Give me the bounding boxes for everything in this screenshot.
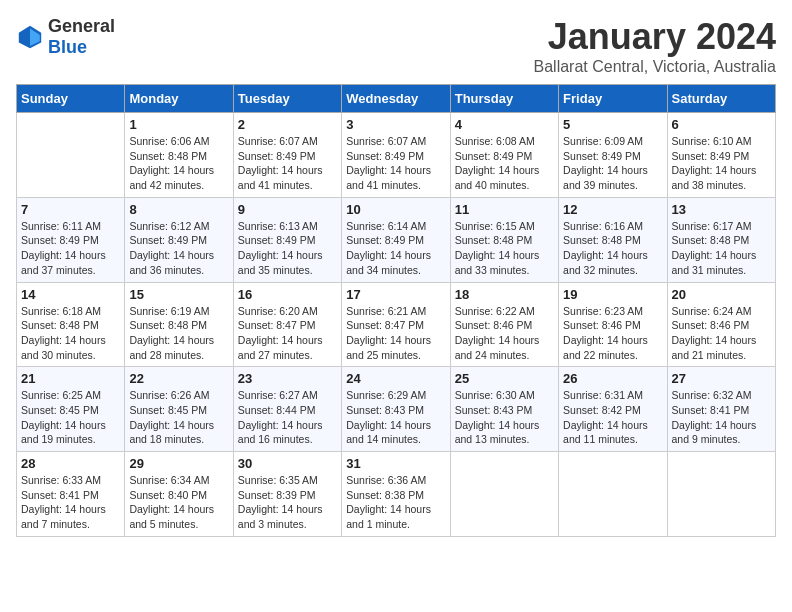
day-number: 11 (455, 202, 554, 217)
calendar-cell: 18Sunrise: 6:22 AMSunset: 8:46 PMDayligh… (450, 282, 558, 367)
day-number: 18 (455, 287, 554, 302)
logo: General Blue (16, 16, 115, 58)
calendar-header-wednesday: Wednesday (342, 85, 450, 113)
sub-title: Ballarat Central, Victoria, Australia (534, 58, 776, 76)
day-number: 28 (21, 456, 120, 471)
calendar-cell: 6Sunrise: 6:10 AMSunset: 8:49 PMDaylight… (667, 113, 775, 198)
day-number: 2 (238, 117, 337, 132)
calendar-header-thursday: Thursday (450, 85, 558, 113)
calendar-cell: 28Sunrise: 6:33 AMSunset: 8:41 PMDayligh… (17, 452, 125, 537)
day-number: 1 (129, 117, 228, 132)
calendar-cell: 17Sunrise: 6:21 AMSunset: 8:47 PMDayligh… (342, 282, 450, 367)
day-number: 6 (672, 117, 771, 132)
day-info: Sunrise: 6:13 AMSunset: 8:49 PMDaylight:… (238, 219, 337, 278)
calendar-cell: 12Sunrise: 6:16 AMSunset: 8:48 PMDayligh… (559, 197, 667, 282)
day-info: Sunrise: 6:11 AMSunset: 8:49 PMDaylight:… (21, 219, 120, 278)
day-info: Sunrise: 6:30 AMSunset: 8:43 PMDaylight:… (455, 388, 554, 447)
day-info: Sunrise: 6:06 AMSunset: 8:48 PMDaylight:… (129, 134, 228, 193)
calendar-header-friday: Friday (559, 85, 667, 113)
calendar-cell: 30Sunrise: 6:35 AMSunset: 8:39 PMDayligh… (233, 452, 341, 537)
day-info: Sunrise: 6:31 AMSunset: 8:42 PMDaylight:… (563, 388, 662, 447)
day-info: Sunrise: 6:35 AMSunset: 8:39 PMDaylight:… (238, 473, 337, 532)
calendar-cell: 21Sunrise: 6:25 AMSunset: 8:45 PMDayligh… (17, 367, 125, 452)
day-info: Sunrise: 6:29 AMSunset: 8:43 PMDaylight:… (346, 388, 445, 447)
day-info: Sunrise: 6:21 AMSunset: 8:47 PMDaylight:… (346, 304, 445, 363)
day-info: Sunrise: 6:34 AMSunset: 8:40 PMDaylight:… (129, 473, 228, 532)
day-info: Sunrise: 6:18 AMSunset: 8:48 PMDaylight:… (21, 304, 120, 363)
day-info: Sunrise: 6:17 AMSunset: 8:48 PMDaylight:… (672, 219, 771, 278)
day-info: Sunrise: 6:14 AMSunset: 8:49 PMDaylight:… (346, 219, 445, 278)
day-number: 10 (346, 202, 445, 217)
calendar-header-sunday: Sunday (17, 85, 125, 113)
day-number: 3 (346, 117, 445, 132)
calendar-cell: 29Sunrise: 6:34 AMSunset: 8:40 PMDayligh… (125, 452, 233, 537)
calendar-cell: 31Sunrise: 6:36 AMSunset: 8:38 PMDayligh… (342, 452, 450, 537)
calendar-header-tuesday: Tuesday (233, 85, 341, 113)
calendar-cell: 20Sunrise: 6:24 AMSunset: 8:46 PMDayligh… (667, 282, 775, 367)
calendar-cell: 3Sunrise: 6:07 AMSunset: 8:49 PMDaylight… (342, 113, 450, 198)
day-info: Sunrise: 6:08 AMSunset: 8:49 PMDaylight:… (455, 134, 554, 193)
day-number: 25 (455, 371, 554, 386)
calendar-week-2: 7Sunrise: 6:11 AMSunset: 8:49 PMDaylight… (17, 197, 776, 282)
calendar-cell: 8Sunrise: 6:12 AMSunset: 8:49 PMDaylight… (125, 197, 233, 282)
day-number: 31 (346, 456, 445, 471)
calendar-cell: 4Sunrise: 6:08 AMSunset: 8:49 PMDaylight… (450, 113, 558, 198)
day-number: 20 (672, 287, 771, 302)
logo-icon (16, 23, 44, 51)
calendar-header-monday: Monday (125, 85, 233, 113)
day-info: Sunrise: 6:23 AMSunset: 8:46 PMDaylight:… (563, 304, 662, 363)
day-number: 15 (129, 287, 228, 302)
day-info: Sunrise: 6:24 AMSunset: 8:46 PMDaylight:… (672, 304, 771, 363)
calendar-cell: 9Sunrise: 6:13 AMSunset: 8:49 PMDaylight… (233, 197, 341, 282)
day-info: Sunrise: 6:32 AMSunset: 8:41 PMDaylight:… (672, 388, 771, 447)
day-number: 29 (129, 456, 228, 471)
day-info: Sunrise: 6:20 AMSunset: 8:47 PMDaylight:… (238, 304, 337, 363)
calendar-cell: 16Sunrise: 6:20 AMSunset: 8:47 PMDayligh… (233, 282, 341, 367)
calendar-cell: 1Sunrise: 6:06 AMSunset: 8:48 PMDaylight… (125, 113, 233, 198)
day-number: 23 (238, 371, 337, 386)
day-number: 8 (129, 202, 228, 217)
day-info: Sunrise: 6:07 AMSunset: 8:49 PMDaylight:… (238, 134, 337, 193)
day-number: 17 (346, 287, 445, 302)
day-number: 16 (238, 287, 337, 302)
calendar-header-row: SundayMondayTuesdayWednesdayThursdayFrid… (17, 85, 776, 113)
day-info: Sunrise: 6:09 AMSunset: 8:49 PMDaylight:… (563, 134, 662, 193)
title-area: January 2024 Ballarat Central, Victoria,… (534, 16, 776, 76)
day-info: Sunrise: 6:10 AMSunset: 8:49 PMDaylight:… (672, 134, 771, 193)
day-number: 5 (563, 117, 662, 132)
logo-text: General Blue (48, 16, 115, 58)
calendar-cell (559, 452, 667, 537)
day-info: Sunrise: 6:12 AMSunset: 8:49 PMDaylight:… (129, 219, 228, 278)
day-info: Sunrise: 6:27 AMSunset: 8:44 PMDaylight:… (238, 388, 337, 447)
calendar-header-saturday: Saturday (667, 85, 775, 113)
calendar-cell: 22Sunrise: 6:26 AMSunset: 8:45 PMDayligh… (125, 367, 233, 452)
day-info: Sunrise: 6:33 AMSunset: 8:41 PMDaylight:… (21, 473, 120, 532)
day-info: Sunrise: 6:07 AMSunset: 8:49 PMDaylight:… (346, 134, 445, 193)
day-number: 13 (672, 202, 771, 217)
calendar-cell (450, 452, 558, 537)
calendar-week-1: 1Sunrise: 6:06 AMSunset: 8:48 PMDaylight… (17, 113, 776, 198)
calendar-cell: 15Sunrise: 6:19 AMSunset: 8:48 PMDayligh… (125, 282, 233, 367)
day-number: 12 (563, 202, 662, 217)
calendar-cell: 2Sunrise: 6:07 AMSunset: 8:49 PMDaylight… (233, 113, 341, 198)
day-number: 21 (21, 371, 120, 386)
calendar-week-5: 28Sunrise: 6:33 AMSunset: 8:41 PMDayligh… (17, 452, 776, 537)
day-info: Sunrise: 6:22 AMSunset: 8:46 PMDaylight:… (455, 304, 554, 363)
calendar-cell: 11Sunrise: 6:15 AMSunset: 8:48 PMDayligh… (450, 197, 558, 282)
day-info: Sunrise: 6:25 AMSunset: 8:45 PMDaylight:… (21, 388, 120, 447)
main-title: January 2024 (534, 16, 776, 58)
day-number: 14 (21, 287, 120, 302)
day-number: 7 (21, 202, 120, 217)
calendar-cell: 27Sunrise: 6:32 AMSunset: 8:41 PMDayligh… (667, 367, 775, 452)
day-number: 24 (346, 371, 445, 386)
calendar-week-4: 21Sunrise: 6:25 AMSunset: 8:45 PMDayligh… (17, 367, 776, 452)
day-number: 26 (563, 371, 662, 386)
day-info: Sunrise: 6:36 AMSunset: 8:38 PMDaylight:… (346, 473, 445, 532)
day-number: 19 (563, 287, 662, 302)
calendar-cell: 26Sunrise: 6:31 AMSunset: 8:42 PMDayligh… (559, 367, 667, 452)
calendar-cell (17, 113, 125, 198)
calendar-cell: 14Sunrise: 6:18 AMSunset: 8:48 PMDayligh… (17, 282, 125, 367)
day-number: 22 (129, 371, 228, 386)
day-info: Sunrise: 6:16 AMSunset: 8:48 PMDaylight:… (563, 219, 662, 278)
day-info: Sunrise: 6:15 AMSunset: 8:48 PMDaylight:… (455, 219, 554, 278)
